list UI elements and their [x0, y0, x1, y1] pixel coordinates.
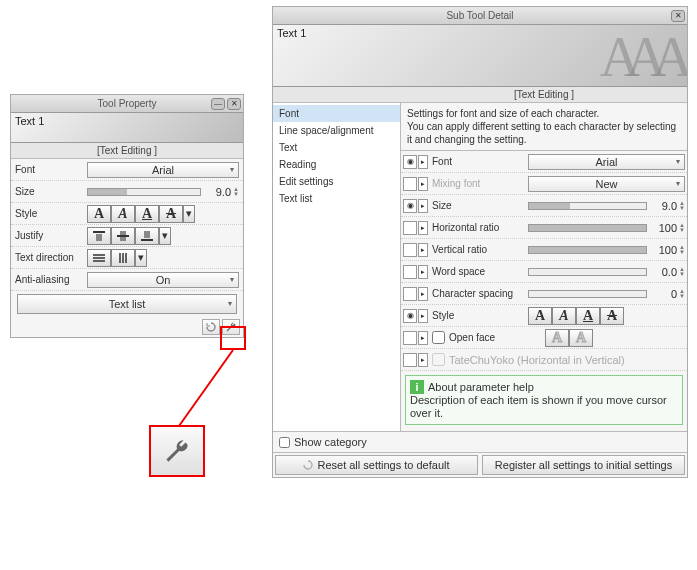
tool-property-panel: Tool Property — ✕ Text 1 [Text Editing ]…: [10, 94, 244, 338]
cat-editsettings[interactable]: Edit settings: [273, 173, 400, 190]
connector-line: [175, 348, 255, 428]
d-font-dropdown[interactable]: Arial: [528, 154, 685, 170]
expand-icon[interactable]: ▸: [418, 243, 428, 257]
d-mix-dropdown[interactable]: New: [528, 176, 685, 192]
of-outline2[interactable]: A: [569, 329, 593, 347]
d-style-bold[interactable]: A: [528, 307, 552, 325]
d-of-label: Open face: [449, 332, 545, 343]
help-box: iAbout parameter help Description of eac…: [405, 375, 683, 425]
cat-font[interactable]: Font: [273, 105, 400, 122]
reset-icon[interactable]: [202, 319, 220, 335]
expand-icon[interactable]: ▸: [418, 353, 428, 367]
style-underline[interactable]: A: [135, 205, 159, 223]
d-mix-label: Mixing font: [432, 178, 528, 189]
openface-checkbox[interactable]: [432, 331, 445, 344]
d-size-spin[interactable]: 9.0▲▼: [651, 200, 685, 212]
highlight-small: [220, 326, 246, 350]
expand-icon[interactable]: ▸: [418, 199, 428, 213]
svg-rect-4: [144, 231, 150, 238]
dir-horizontal[interactable]: [87, 249, 111, 267]
show-category-label: Show category: [294, 436, 367, 448]
eye-icon[interactable]: [403, 243, 417, 257]
std-title: Sub Tool Detail: [446, 10, 513, 21]
style-italic[interactable]: A: [111, 205, 135, 223]
d-cs-slider[interactable]: [528, 290, 647, 298]
dir-more[interactable]: ▾: [135, 249, 147, 267]
tp-section: [Text Editing ]: [11, 143, 243, 159]
justify-bottom[interactable]: [135, 227, 159, 245]
style-buttons: A A A A ▾: [87, 205, 195, 223]
eye-icon[interactable]: [403, 353, 417, 367]
minimize-button[interactable]: —: [211, 98, 225, 110]
d-ws-slider[interactable]: [528, 268, 647, 276]
eye-icon[interactable]: [403, 177, 417, 191]
register-all-button[interactable]: Register all settings to initial setting…: [482, 455, 685, 475]
size-slider[interactable]: [87, 188, 201, 196]
style-bold[interactable]: A: [87, 205, 111, 223]
style-more[interactable]: ▾: [183, 205, 195, 223]
justify-top[interactable]: [87, 227, 111, 245]
expand-icon[interactable]: ▸: [418, 155, 428, 169]
eye-icon[interactable]: ◉: [403, 199, 417, 213]
close-button[interactable]: ✕: [671, 10, 685, 22]
dir-vertical[interactable]: [111, 249, 135, 267]
eye-icon[interactable]: [403, 265, 417, 279]
expand-icon[interactable]: ▸: [418, 177, 428, 191]
expand-icon[interactable]: ▸: [418, 331, 428, 345]
reset-all-button[interactable]: Reset all settings to default: [275, 455, 478, 475]
eye-icon[interactable]: ◉: [403, 155, 417, 169]
justify-center[interactable]: [111, 227, 135, 245]
style-strike[interactable]: A: [159, 205, 183, 223]
expand-icon[interactable]: ▸: [418, 287, 428, 301]
d-style-italic[interactable]: A: [552, 307, 576, 325]
d-ws-spin[interactable]: 0.0▲▼: [651, 266, 685, 278]
svg-rect-5: [141, 239, 153, 241]
d-font-label: Font: [432, 156, 528, 167]
d-cs-spin[interactable]: 0▲▼: [651, 288, 685, 300]
cat-linespace[interactable]: Line space/alignment: [273, 122, 400, 139]
font-dropdown[interactable]: Arial: [87, 162, 239, 178]
eye-icon[interactable]: [403, 331, 417, 345]
of-outline1[interactable]: A: [545, 329, 569, 347]
tp-banner: Text 1: [11, 113, 243, 143]
eye-icon[interactable]: [403, 221, 417, 235]
dir-buttons: ▾: [87, 249, 147, 267]
cat-reading[interactable]: Reading: [273, 156, 400, 173]
svg-line-6: [179, 350, 233, 426]
expand-icon[interactable]: ▸: [418, 309, 428, 323]
aa-label: Anti-aliasing: [15, 274, 87, 285]
d-size-label: Size: [432, 200, 528, 211]
eye-icon[interactable]: ◉: [403, 309, 417, 323]
textlist-button[interactable]: Text list: [17, 294, 237, 314]
d-vr-spin[interactable]: 100▲▼: [651, 244, 685, 256]
d-tcy-label: TateChuYoko (Horizontal in Vertical): [449, 354, 625, 366]
d-cs-label: Character spacing: [432, 288, 528, 299]
size-spinner[interactable]: 9.0▲▼: [205, 186, 239, 198]
d-size-slider[interactable]: [528, 202, 647, 210]
std-banner: Text 1 AAA: [273, 25, 687, 87]
cat-textlist[interactable]: Text list: [273, 190, 400, 207]
d-hr-spin[interactable]: 100▲▼: [651, 222, 685, 234]
svg-rect-3: [117, 235, 129, 237]
tp-footer: [11, 317, 243, 337]
expand-icon[interactable]: ▸: [418, 221, 428, 235]
sub-tool-detail-panel: Sub Tool Detail ✕ Text 1 AAA [Text Editi…: [272, 6, 688, 478]
justify-buttons: ▾: [87, 227, 171, 245]
justify-more[interactable]: ▾: [159, 227, 171, 245]
d-style-underline[interactable]: A: [576, 307, 600, 325]
d-hr-slider[interactable]: [528, 224, 647, 232]
help-title: About parameter help: [428, 381, 534, 393]
std-titlebar: Sub Tool Detail ✕: [273, 7, 687, 25]
d-vr-slider[interactable]: [528, 246, 647, 254]
show-category-row: Show category: [273, 431, 687, 452]
cat-text[interactable]: Text: [273, 139, 400, 156]
expand-icon[interactable]: ▸: [418, 265, 428, 279]
std-section: [Text Editing ]: [273, 87, 687, 103]
eye-icon[interactable]: [403, 287, 417, 301]
aa-dropdown[interactable]: On: [87, 272, 239, 288]
category-list: Font Line space/alignment Text Reading E…: [273, 103, 401, 431]
d-style-strike[interactable]: A: [600, 307, 624, 325]
show-category-checkbox[interactable]: [279, 437, 290, 448]
size-label: Size: [15, 186, 87, 197]
close-button[interactable]: ✕: [227, 98, 241, 110]
